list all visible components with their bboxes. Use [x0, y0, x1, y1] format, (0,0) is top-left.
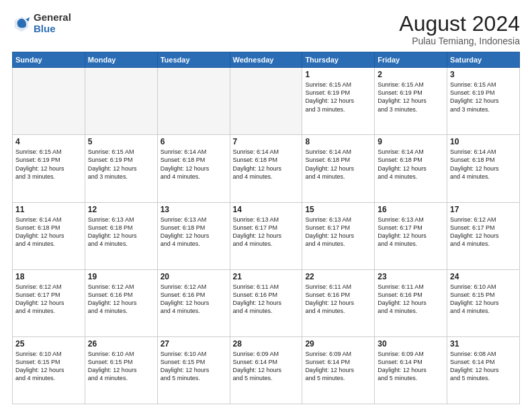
calendar-cell: 27Sunrise: 6:10 AM Sunset: 6:15 PM Dayli…	[157, 336, 230, 404]
calendar-cell: 5Sunrise: 6:15 AM Sunset: 6:19 PM Daylig…	[85, 135, 157, 202]
calendar-cell: 16Sunrise: 6:13 AM Sunset: 6:17 PM Dayli…	[375, 202, 447, 269]
calendar-cell	[13, 68, 85, 135]
subtitle: Pulau Temiang, Indonesia	[399, 36, 520, 46]
day-info: Sunrise: 6:10 AM Sunset: 6:15 PM Dayligh…	[161, 350, 227, 383]
calendar-cell: 13Sunrise: 6:13 AM Sunset: 6:18 PM Dayli…	[157, 202, 230, 269]
logo: General Blue	[12, 12, 71, 34]
day-number: 5	[88, 137, 154, 146]
calendar-cell: 23Sunrise: 6:11 AM Sunset: 6:16 PM Dayli…	[375, 269, 447, 336]
day-number: 27	[161, 339, 227, 349]
day-number: 29	[305, 339, 371, 349]
day-number: 6	[161, 137, 227, 146]
day-number: 10	[450, 137, 517, 146]
calendar-week-1: 1Sunrise: 6:15 AM Sunset: 6:19 PM Daylig…	[13, 68, 520, 135]
day-info: Sunrise: 6:13 AM Sunset: 6:18 PM Dayligh…	[161, 216, 227, 248]
calendar-cell: 19Sunrise: 6:12 AM Sunset: 6:16 PM Dayli…	[85, 269, 157, 336]
calendar-cell: 29Sunrise: 6:09 AM Sunset: 6:14 PM Dayli…	[302, 336, 375, 404]
day-number: 9	[378, 137, 444, 146]
day-number: 15	[305, 205, 371, 214]
calendar-cell: 25Sunrise: 6:10 AM Sunset: 6:15 PM Dayli…	[13, 336, 85, 404]
logo-general: General	[34, 12, 71, 24]
day-number: 11	[15, 205, 82, 214]
day-info: Sunrise: 6:09 AM Sunset: 6:14 PM Dayligh…	[378, 350, 444, 383]
logo-icon	[12, 14, 31, 33]
calendar-cell: 9Sunrise: 6:14 AM Sunset: 6:18 PM Daylig…	[375, 135, 447, 202]
calendar-week-3: 11Sunrise: 6:14 AM Sunset: 6:18 PM Dayli…	[13, 202, 520, 269]
main-title: August 2024	[399, 12, 520, 36]
calendar-week-4: 18Sunrise: 6:12 AM Sunset: 6:17 PM Dayli…	[13, 269, 520, 336]
day-info: Sunrise: 6:11 AM Sunset: 6:16 PM Dayligh…	[305, 283, 371, 316]
day-info: Sunrise: 6:14 AM Sunset: 6:18 PM Dayligh…	[233, 148, 300, 181]
day-number: 12	[88, 205, 154, 214]
day-number: 24	[450, 272, 517, 281]
day-info: Sunrise: 6:11 AM Sunset: 6:16 PM Dayligh…	[233, 283, 300, 316]
calendar-table: SundayMondayTuesdayWednesdayThursdayFrid…	[12, 52, 520, 404]
day-number: 28	[233, 339, 300, 349]
day-info: Sunrise: 6:09 AM Sunset: 6:14 PM Dayligh…	[233, 350, 300, 383]
calendar-cell: 14Sunrise: 6:13 AM Sunset: 6:17 PM Dayli…	[230, 202, 302, 269]
weekday-header-sunday: Sunday	[13, 52, 85, 68]
calendar-cell: 22Sunrise: 6:11 AM Sunset: 6:16 PM Dayli…	[302, 269, 375, 336]
day-info: Sunrise: 6:12 AM Sunset: 6:17 PM Dayligh…	[450, 216, 517, 248]
page: General Blue August 2024 Pulau Temiang, …	[0, 0, 532, 411]
calendar-cell: 12Sunrise: 6:13 AM Sunset: 6:18 PM Dayli…	[85, 202, 157, 269]
day-number: 19	[88, 272, 154, 281]
day-number: 7	[233, 137, 300, 146]
day-info: Sunrise: 6:12 AM Sunset: 6:17 PM Dayligh…	[15, 283, 82, 316]
weekday-header-monday: Monday	[85, 52, 157, 68]
header: General Blue August 2024 Pulau Temiang, …	[12, 12, 520, 46]
day-info: Sunrise: 6:15 AM Sunset: 6:19 PM Dayligh…	[88, 148, 154, 181]
day-info: Sunrise: 6:10 AM Sunset: 6:15 PM Dayligh…	[88, 350, 154, 383]
day-info: Sunrise: 6:15 AM Sunset: 6:19 PM Dayligh…	[450, 81, 517, 113]
day-info: Sunrise: 6:13 AM Sunset: 6:18 PM Dayligh…	[88, 216, 154, 248]
calendar-cell: 4Sunrise: 6:15 AM Sunset: 6:19 PM Daylig…	[13, 135, 85, 202]
calendar-week-5: 25Sunrise: 6:10 AM Sunset: 6:15 PM Dayli…	[13, 336, 520, 404]
day-number: 21	[233, 272, 300, 281]
day-number: 22	[305, 272, 371, 281]
calendar-cell: 3Sunrise: 6:15 AM Sunset: 6:19 PM Daylig…	[447, 68, 520, 135]
day-number: 20	[161, 272, 227, 281]
calendar-cell: 10Sunrise: 6:14 AM Sunset: 6:18 PM Dayli…	[447, 135, 520, 202]
weekday-header-thursday: Thursday	[302, 52, 375, 68]
day-info: Sunrise: 6:08 AM Sunset: 6:14 PM Dayligh…	[450, 350, 517, 383]
day-number: 16	[378, 205, 444, 214]
calendar-cell: 8Sunrise: 6:14 AM Sunset: 6:18 PM Daylig…	[302, 135, 375, 202]
calendar-cell: 28Sunrise: 6:09 AM Sunset: 6:14 PM Dayli…	[230, 336, 302, 404]
calendar-week-2: 4Sunrise: 6:15 AM Sunset: 6:19 PM Daylig…	[13, 135, 520, 202]
day-info: Sunrise: 6:14 AM Sunset: 6:18 PM Dayligh…	[305, 148, 371, 181]
calendar-cell: 31Sunrise: 6:08 AM Sunset: 6:14 PM Dayli…	[447, 336, 520, 404]
day-info: Sunrise: 6:15 AM Sunset: 6:19 PM Dayligh…	[15, 148, 82, 181]
calendar-cell: 18Sunrise: 6:12 AM Sunset: 6:17 PM Dayli…	[13, 269, 85, 336]
calendar-cell: 7Sunrise: 6:14 AM Sunset: 6:18 PM Daylig…	[230, 135, 302, 202]
calendar-cell: 17Sunrise: 6:12 AM Sunset: 6:17 PM Dayli…	[447, 202, 520, 269]
day-info: Sunrise: 6:14 AM Sunset: 6:18 PM Dayligh…	[450, 148, 517, 181]
day-number: 13	[161, 205, 227, 214]
day-number: 23	[378, 272, 444, 281]
calendar-cell: 30Sunrise: 6:09 AM Sunset: 6:14 PM Dayli…	[375, 336, 447, 404]
day-number: 30	[378, 339, 444, 349]
title-block: August 2024 Pulau Temiang, Indonesia	[399, 12, 520, 46]
day-number: 26	[88, 339, 154, 349]
calendar-cell	[85, 68, 157, 135]
weekday-header-row: SundayMondayTuesdayWednesdayThursdayFrid…	[13, 52, 520, 68]
calendar-cell: 20Sunrise: 6:12 AM Sunset: 6:16 PM Dayli…	[157, 269, 230, 336]
day-number: 17	[450, 205, 517, 214]
calendar-cell: 24Sunrise: 6:10 AM Sunset: 6:15 PM Dayli…	[447, 269, 520, 336]
weekday-header-wednesday: Wednesday	[230, 52, 302, 68]
calendar-cell: 15Sunrise: 6:13 AM Sunset: 6:17 PM Dayli…	[302, 202, 375, 269]
calendar-cell: 21Sunrise: 6:11 AM Sunset: 6:16 PM Dayli…	[230, 269, 302, 336]
calendar-cell: 11Sunrise: 6:14 AM Sunset: 6:18 PM Dayli…	[13, 202, 85, 269]
day-info: Sunrise: 6:12 AM Sunset: 6:16 PM Dayligh…	[88, 283, 154, 316]
logo-text: General Blue	[34, 12, 71, 34]
day-info: Sunrise: 6:10 AM Sunset: 6:15 PM Dayligh…	[15, 350, 82, 383]
calendar-cell	[230, 68, 302, 135]
day-info: Sunrise: 6:11 AM Sunset: 6:16 PM Dayligh…	[378, 283, 444, 316]
calendar-cell	[157, 68, 230, 135]
calendar-cell: 26Sunrise: 6:10 AM Sunset: 6:15 PM Dayli…	[85, 336, 157, 404]
day-number: 8	[305, 137, 371, 146]
day-info: Sunrise: 6:13 AM Sunset: 6:17 PM Dayligh…	[305, 216, 371, 248]
day-number: 25	[15, 339, 82, 349]
day-info: Sunrise: 6:09 AM Sunset: 6:14 PM Dayligh…	[305, 350, 371, 383]
weekday-header-friday: Friday	[375, 52, 447, 68]
day-info: Sunrise: 6:12 AM Sunset: 6:16 PM Dayligh…	[161, 283, 227, 316]
